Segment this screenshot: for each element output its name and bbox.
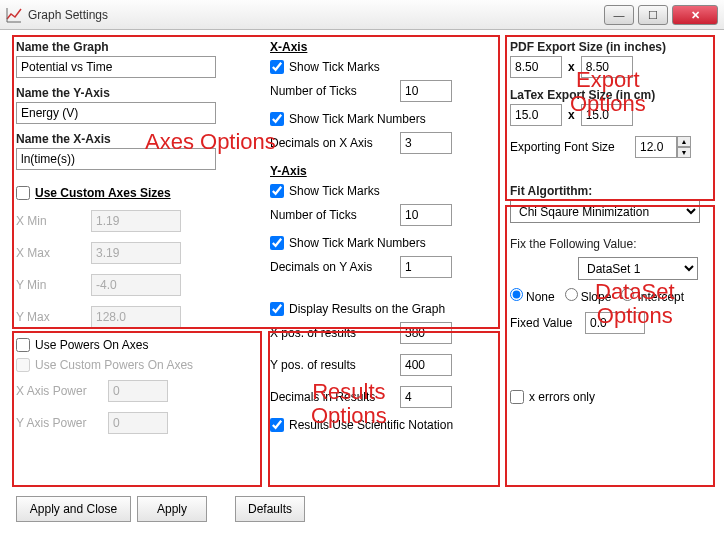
use-powers-checkbox[interactable]: [16, 338, 30, 352]
results-sci-checkbox[interactable]: [270, 418, 284, 432]
use-custom-axes-sizes-label: Use Custom Axes Sizes: [35, 186, 171, 200]
x-show-ticks-label: Show Tick Marks: [289, 60, 380, 74]
ymax-input: [91, 306, 181, 328]
name-y-label: Name the Y-Axis: [16, 86, 262, 100]
use-powers-label: Use Powers On Axes: [35, 338, 148, 352]
ymax-label: Y Max: [16, 310, 91, 324]
export-font-input[interactable]: [635, 136, 677, 158]
y-decimals-label: Decimals on Y Axis: [270, 260, 400, 274]
x-decimals-input[interactable]: [400, 132, 452, 154]
pdf-x: x: [568, 60, 575, 74]
xmin-label: X Min: [16, 214, 91, 228]
export-font-spinner[interactable]: ▲▼: [635, 136, 691, 158]
name-graph-input[interactable]: [16, 56, 216, 78]
fix-value-label: Fix the Following Value:: [510, 237, 710, 251]
fixed-value-input[interactable]: [585, 312, 645, 334]
apply-and-close-button[interactable]: Apply and Close: [16, 496, 131, 522]
use-custom-axes-sizes-checkbox[interactable]: [16, 186, 30, 200]
app-icon: [6, 7, 22, 23]
y-show-tick-nums-label: Show Tick Mark Numbers: [289, 236, 426, 250]
y-show-tick-nums-checkbox[interactable]: [270, 236, 284, 250]
export-font-label: Exporting Font Size: [510, 140, 635, 154]
results-xpos-input[interactable]: [400, 322, 452, 344]
button-bar: Apply and Close Apply Defaults: [16, 496, 305, 522]
display-results-checkbox[interactable]: [270, 302, 284, 316]
latex-export-label: LaTex Export Size (in cm): [510, 88, 710, 102]
titlebar: Graph Settings — ☐ ✕: [0, 0, 724, 30]
use-custom-powers-checkbox: [16, 358, 30, 372]
latex-width-input[interactable]: [510, 104, 562, 126]
maximize-button[interactable]: ☐: [638, 5, 668, 25]
x-errors-only-checkbox[interactable]: [510, 390, 524, 404]
axis-ticks-panel: X-Axis Show Tick Marks Number of Ticks S…: [270, 40, 500, 438]
close-button[interactable]: ✕: [672, 5, 718, 25]
x-num-ticks-label: Number of Ticks: [270, 84, 400, 98]
minimize-button[interactable]: —: [604, 5, 634, 25]
right-panel: PDF Export Size (in inches) x LaTex Expo…: [510, 40, 710, 410]
pdf-height-input[interactable]: [581, 56, 633, 78]
x-axis-power-label: X Axis Power: [16, 384, 108, 398]
use-custom-powers-label: Use Custom Powers On Axes: [35, 358, 193, 372]
x-num-ticks-input[interactable]: [400, 80, 452, 102]
results-decimals-input[interactable]: [400, 386, 452, 408]
x-decimals-label: Decimals on X Axis: [270, 136, 400, 150]
results-decimals-label: Decimals in Results: [270, 390, 400, 404]
pdf-width-input[interactable]: [510, 56, 562, 78]
latex-x: x: [568, 108, 575, 122]
x-show-tick-nums-label: Show Tick Mark Numbers: [289, 112, 426, 126]
y-num-ticks-label: Number of Ticks: [270, 208, 400, 222]
ymin-label: Y Min: [16, 278, 91, 292]
window-title: Graph Settings: [28, 8, 600, 22]
defaults-button[interactable]: Defaults: [235, 496, 305, 522]
radio-slope[interactable]: Slope: [565, 288, 612, 304]
radio-none[interactable]: None: [510, 288, 555, 304]
y-show-ticks-label: Show Tick Marks: [289, 184, 380, 198]
y-decimals-input[interactable]: [400, 256, 452, 278]
spin-up-icon[interactable]: ▲: [677, 136, 691, 147]
radio-intercept[interactable]: Intercept: [621, 288, 684, 304]
name-graph-label: Name the Graph: [16, 40, 262, 54]
pdf-export-label: PDF Export Size (in inches): [510, 40, 710, 54]
x-axis-head: X-Axis: [270, 40, 500, 54]
axes-options-panel: Name the Graph Name the Y-Axis Name the …: [16, 40, 262, 444]
x-axis-power-input: [108, 380, 168, 402]
ymin-input: [91, 274, 181, 296]
name-x-label: Name the X-Axis: [16, 132, 262, 146]
fixed-value-label: Fixed Value: [510, 316, 585, 330]
xmax-input: [91, 242, 181, 264]
spin-down-icon[interactable]: ▼: [677, 147, 691, 158]
results-ypos-label: Y pos. of results: [270, 358, 400, 372]
x-errors-only-label: x errors only: [529, 390, 595, 404]
display-results-label: Display Results on the Graph: [289, 302, 445, 316]
results-xpos-label: X pos. of results: [270, 326, 400, 340]
results-ypos-input[interactable]: [400, 354, 452, 376]
y-axis-head: Y-Axis: [270, 164, 500, 178]
xmax-label: X Max: [16, 246, 91, 260]
fit-algo-select[interactable]: Chi Sqaure Minimization: [510, 200, 700, 223]
x-show-ticks-checkbox[interactable]: [270, 60, 284, 74]
y-axis-power-label: Y Axis Power: [16, 416, 108, 430]
fit-algo-label: Fit Algortithm:: [510, 184, 710, 198]
apply-button[interactable]: Apply: [137, 496, 207, 522]
results-sci-label: Results Use Scientific Notation: [289, 418, 453, 432]
y-num-ticks-input[interactable]: [400, 204, 452, 226]
name-x-input[interactable]: [16, 148, 216, 170]
x-show-tick-nums-checkbox[interactable]: [270, 112, 284, 126]
xmin-input: [91, 210, 181, 232]
y-show-ticks-checkbox[interactable]: [270, 184, 284, 198]
latex-height-input[interactable]: [581, 104, 633, 126]
dataset-select[interactable]: DataSet 1: [578, 257, 698, 280]
y-axis-power-input: [108, 412, 168, 434]
name-y-input[interactable]: [16, 102, 216, 124]
